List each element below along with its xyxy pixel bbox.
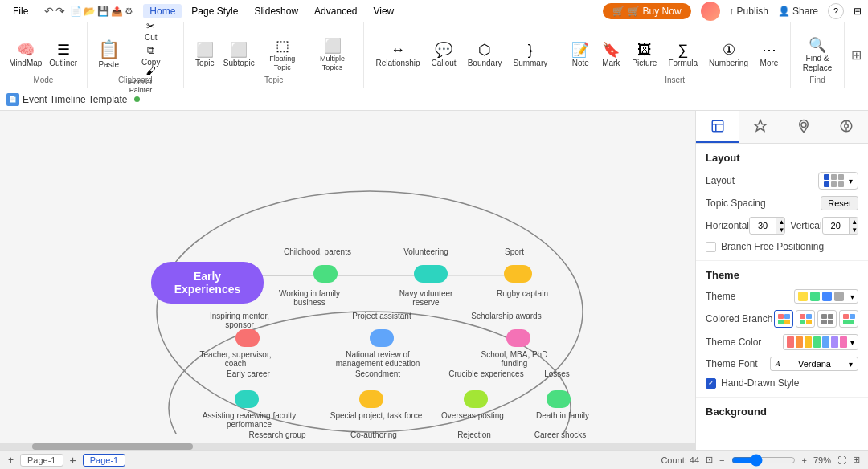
node-secondment[interactable] bbox=[359, 390, 383, 408]
panel-tab-theme[interactable] bbox=[825, 111, 869, 143]
numbering-btn[interactable]: ① Numbering bbox=[704, 31, 753, 80]
mindmap-btn[interactable]: 🧠 MindMap bbox=[6, 31, 45, 80]
horizontal-down-btn[interactable]: ▼ bbox=[776, 226, 785, 234]
add-page-icon[interactable]: + bbox=[8, 455, 14, 466]
horizontal-label: Horizontal bbox=[706, 220, 749, 231]
tab-title: Event Timeline Template bbox=[23, 94, 128, 105]
add-page-btn[interactable]: + bbox=[70, 454, 76, 467]
node-crucible[interactable] bbox=[464, 390, 488, 408]
picture-btn[interactable]: 🖼 Picture bbox=[627, 31, 661, 80]
panel-toggle-btn[interactable]: ⊞ bbox=[851, 47, 862, 63]
publish-button[interactable]: ↑ Publish bbox=[730, 6, 768, 17]
vertical-down-btn[interactable]: ▼ bbox=[849, 226, 858, 234]
layout-select[interactable]: ▾ bbox=[818, 172, 858, 190]
theme-select[interactable]: ▾ bbox=[794, 289, 858, 304]
undo-btn[interactable]: ↶ bbox=[44, 5, 54, 18]
expand-btn[interactable]: ⊞ bbox=[853, 455, 860, 465]
cb-opt-4[interactable] bbox=[839, 310, 858, 328]
relationship-btn[interactable]: ↔ Relationship bbox=[371, 31, 424, 80]
callout-btn[interactable]: 💬 Callout bbox=[427, 31, 461, 80]
minimize-btn[interactable]: ⊟ bbox=[854, 6, 862, 17]
theme-color-select[interactable]: ▾ bbox=[783, 334, 858, 350]
redo-btn[interactable]: ↷ bbox=[55, 5, 65, 18]
menu-file[interactable]: File bbox=[6, 4, 35, 18]
reset-btn[interactable]: Reset bbox=[821, 196, 858, 210]
vertical-input[interactable] bbox=[823, 219, 849, 232]
menu-page-style[interactable]: Page Style bbox=[185, 4, 244, 18]
floating-topic-btn[interactable]: ⬚ Floating Topic bbox=[259, 31, 306, 80]
active-page-tab[interactable]: Page-1 bbox=[83, 454, 125, 467]
horizontal-spin[interactable]: ▲ ▼ bbox=[749, 217, 785, 234]
panel-tab-location[interactable] bbox=[782, 111, 825, 143]
doc-icon: 📄 bbox=[6, 93, 19, 106]
swatch-5 bbox=[822, 336, 829, 348]
vertical-spin[interactable]: ▲ ▼ bbox=[822, 217, 858, 234]
branch-free-checkbox[interactable] bbox=[706, 242, 716, 252]
panel-tab-style[interactable] bbox=[739, 111, 783, 143]
share-button[interactable]: 👤 Share bbox=[778, 6, 818, 17]
node-sport[interactable] bbox=[504, 265, 532, 283]
buy-button[interactable]: 🛒 🛒 Buy Now bbox=[603, 3, 690, 19]
zoom-out-btn[interactable]: − bbox=[719, 455, 724, 465]
cut-btn[interactable]: ✂ Cut bbox=[125, 20, 177, 43]
help-button[interactable]: ? bbox=[828, 3, 844, 19]
zoom-in-btn[interactable]: + bbox=[802, 455, 807, 465]
ribbon-insert-section: 📝 Note 🔖 Mark 🖼 Picture ∑ Formula ① Numb… bbox=[559, 22, 791, 88]
node-losses[interactable] bbox=[547, 390, 571, 408]
multiple-topics-btn[interactable]: ⬜ Multiple Topics bbox=[308, 31, 358, 80]
vertical-up-btn[interactable]: ▲ bbox=[849, 218, 858, 226]
hand-drawn-checkbox[interactable]: ✓ bbox=[706, 378, 716, 389]
zoom-fit-icon[interactable]: ⊡ bbox=[706, 455, 713, 465]
more-btn[interactable]: ⋯ More bbox=[755, 31, 784, 80]
user-avatar[interactable] bbox=[701, 2, 720, 21]
label-research-group: Research group bbox=[245, 430, 309, 439]
cb-opt-2[interactable] bbox=[796, 310, 815, 328]
node-volunteering[interactable] bbox=[414, 265, 448, 283]
menu-advanced[interactable]: Advanced bbox=[308, 4, 363, 18]
paste-btn[interactable]: 📋 Paste bbox=[94, 31, 124, 80]
outliner-btn[interactable]: ☰ Outliner bbox=[47, 31, 80, 80]
vertical-label: Vertical bbox=[790, 220, 821, 231]
horizontal-up-btn[interactable]: ▲ bbox=[776, 218, 785, 226]
cb-opt-3[interactable] bbox=[817, 310, 837, 328]
subtopic-btn[interactable]: ⬜ Subtopic bbox=[221, 31, 257, 80]
find-replace-btn[interactable]: 🔍 Find & Replace bbox=[797, 31, 837, 80]
node-mentor[interactable] bbox=[235, 329, 260, 347]
theme-section: Theme Theme ▾ Colored Branch bbox=[696, 261, 868, 398]
zoom-slider[interactable] bbox=[731, 454, 796, 467]
node-early-career[interactable] bbox=[235, 390, 259, 408]
node-childhood[interactable] bbox=[313, 265, 338, 283]
buy-label: 🛒 Buy Now bbox=[628, 6, 681, 17]
cb-opt-3-grid bbox=[821, 314, 833, 324]
node-project-asst[interactable] bbox=[370, 329, 394, 347]
open-file-btn[interactable]: 📂 bbox=[84, 6, 96, 17]
export-btn[interactable]: 📤 bbox=[111, 6, 123, 17]
canvas[interactable]: Early Experiences Childhood, parents Vol… bbox=[0, 111, 695, 450]
note-btn[interactable]: 📝 Note bbox=[566, 31, 595, 80]
node-scholarship[interactable] bbox=[506, 329, 530, 347]
menu-view[interactable]: View bbox=[366, 4, 400, 18]
settings-btn[interactable]: ⚙ bbox=[125, 6, 133, 17]
boundary-btn[interactable]: ⬡ Boundary bbox=[463, 31, 507, 80]
top-bar-right: 🛒 🛒 Buy Now ↑ Publish 👤 Share ? ⊟ bbox=[603, 2, 862, 21]
fullscreen-btn[interactable]: ⛶ bbox=[837, 455, 846, 465]
scroll-thumb[interactable] bbox=[32, 443, 193, 450]
page-tab-1[interactable]: Page-1 bbox=[20, 454, 63, 467]
menu-home[interactable]: Home bbox=[143, 4, 182, 18]
summary-btn[interactable]: } Summary bbox=[508, 31, 552, 80]
horizontal-scrollbar[interactable] bbox=[0, 443, 695, 450]
cb-opt-1[interactable] bbox=[774, 310, 793, 328]
grid-cell-3 bbox=[838, 174, 844, 180]
central-node[interactable]: Early Experiences bbox=[151, 262, 264, 304]
save-btn[interactable]: 💾 bbox=[97, 6, 109, 17]
copy-btn[interactable]: ⧉ Copy bbox=[125, 44, 177, 67]
panel-tab-layout[interactable] bbox=[696, 111, 739, 143]
theme-font-row: Theme Font 𝐴 Verdana ▾ bbox=[706, 357, 858, 371]
menu-slideshow[interactable]: Slideshow bbox=[248, 4, 305, 18]
horizontal-input[interactable] bbox=[750, 219, 776, 232]
mark-btn[interactable]: 🔖 Mark bbox=[596, 31, 625, 80]
theme-font-select[interactable]: 𝐴 Verdana ▾ bbox=[770, 357, 858, 371]
topic-btn[interactable]: ⬜ Topic bbox=[190, 31, 219, 80]
new-file-btn[interactable]: 📄 bbox=[70, 6, 82, 17]
formula-btn[interactable]: ∑ Formula bbox=[663, 31, 702, 80]
